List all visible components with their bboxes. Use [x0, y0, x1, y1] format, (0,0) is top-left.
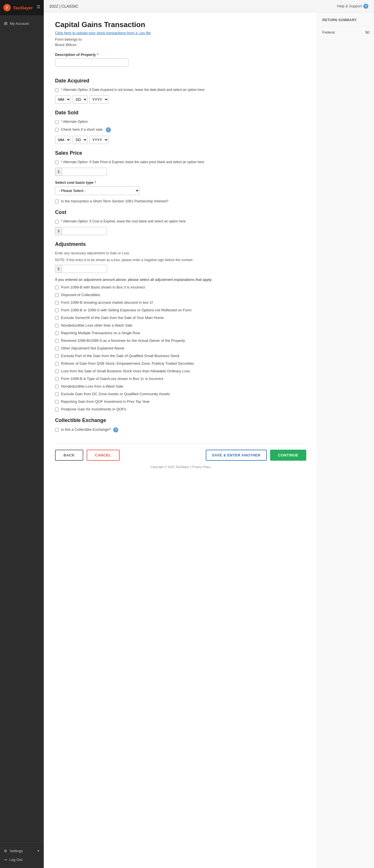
- cost-heading: Cost: [55, 210, 306, 215]
- adj-checkbox-row: Reporting Multiple Transactions on a Sin…: [55, 331, 306, 335]
- adj-checkbox-row: Form 1099-B or 1099-S with Selling Expen…: [55, 308, 306, 312]
- collectible-row: Is this a Collectible Exchange? ?: [55, 427, 306, 432]
- adj-checkbox-row: Exclude Gain from DC Zone Assets or Qual…: [55, 392, 306, 396]
- logout-item[interactable]: ⇒ Log Out: [0, 855, 44, 864]
- settings-icon: ⚙: [4, 849, 7, 853]
- page-title: Capital Gains Transaction: [55, 20, 306, 29]
- date-acquired-alt-row: * Alternate Option: If Date Acquired is …: [55, 88, 306, 92]
- adj-checkbox-label-7: Received 1099-B/1099-S as a Nominee for …: [61, 338, 185, 343]
- csv-link[interactable]: Click here to upload your stock transact…: [55, 31, 306, 35]
- sales-price-heading: Sales Price: [55, 150, 306, 156]
- date-sold-heading: Date Sold: [55, 110, 306, 116]
- logo-icon: T: [3, 4, 11, 11]
- save-enter-another-button[interactable]: SAVE & ENTER ANOTHER: [206, 450, 267, 461]
- date-acquired-dd[interactable]: DD: [72, 95, 88, 103]
- adj-explanation-label: If you entered an adjustment amount abov…: [55, 277, 306, 282]
- adj-checkbox-8[interactable]: [55, 347, 59, 350]
- description-label: Description of Property *: [55, 53, 306, 57]
- adjustments-note1: Enter any necessary adjustments to Gain …: [55, 251, 306, 255]
- cost-basis-select[interactable]: - Please Select - Short Term (Box A) Sho…: [55, 186, 140, 195]
- cancel-button[interactable]: CANCEL: [87, 450, 120, 461]
- adj-checkbox-3[interactable]: [55, 309, 59, 312]
- adjustment-checkboxes: Form 1099-B with Basis shown in Box 3 is…: [55, 285, 306, 411]
- adj-checkbox-14[interactable]: [55, 392, 59, 396]
- adj-checkbox-row: Form 1099-B with Basis shown in Box 3 is…: [55, 285, 306, 289]
- adj-checkbox-13[interactable]: [55, 385, 59, 389]
- my-account-icon: ⊞: [4, 21, 8, 26]
- date-acquired-mm[interactable]: MM: [55, 95, 71, 103]
- date-acquired-alt-checkbox[interactable]: [55, 88, 59, 92]
- adj-checkbox-label-16: Postpone Gain for Investments in QOFs: [61, 407, 126, 411]
- hamburger-icon[interactable]: ☰: [37, 4, 40, 9]
- divider: [322, 26, 370, 26]
- adj-checkbox-6[interactable]: [55, 331, 59, 335]
- cost-alt-text: * Alternate Option: If Cost is Expired, …: [61, 219, 186, 223]
- topbar: 2022 | CLASSIC Help & Support ?: [44, 0, 374, 12]
- sales-price-dollar-sign: $: [55, 168, 62, 176]
- help-icon: ?: [363, 4, 368, 9]
- adj-checkbox-row: Received 1099-B/1099-S as a Nominee for …: [55, 338, 306, 343]
- back-button[interactable]: BACK: [55, 450, 83, 461]
- help-support[interactable]: Help & Support ?: [337, 4, 368, 9]
- adj-checkbox-12[interactable]: [55, 377, 59, 381]
- short-sale-help-icon[interactable]: ?: [106, 127, 111, 132]
- sales-price-alt-text: * Alternate Option: If Sale Price is Exp…: [61, 160, 205, 164]
- adj-checkbox-11[interactable]: [55, 370, 59, 373]
- settings-label: Settings: [9, 849, 23, 853]
- adjustments-heading: Adjustments: [55, 241, 306, 247]
- adj-checkbox-1[interactable]: [55, 293, 59, 297]
- sidebar-bottom: ⚙ Settings ▼ ⇒ Log Out: [0, 842, 44, 868]
- footer: Copyright © 2023 TaxSlayer | Privacy Pol…: [55, 461, 306, 473]
- adj-checkbox-row: Exclude Some/All of the Gain from the Sa…: [55, 316, 306, 320]
- date-sold-yyyy[interactable]: YYYY: [89, 136, 109, 144]
- adj-checkbox-label-15: Reporting Gain from QOF Investment in Pr…: [61, 399, 150, 404]
- logo-text: TaxSlayer: [13, 5, 33, 10]
- short-sale-checkbox[interactable]: [55, 128, 59, 131]
- adj-checkbox-7[interactable]: [55, 339, 59, 343]
- collectible-help-icon[interactable]: ?: [113, 427, 118, 432]
- adj-checkbox-9[interactable]: [55, 354, 59, 358]
- collectible-heading: Collectible Exchange: [55, 417, 306, 424]
- date-acquired-yyyy[interactable]: YYYY: [89, 95, 109, 103]
- continue-button[interactable]: CONTINUE: [270, 450, 306, 461]
- required-mark: *: [97, 53, 98, 57]
- adj-checkbox-label-0: Form 1099-B with Basis shown in Box 3 is…: [61, 285, 145, 289]
- adj-checkbox-row: Nondeductible Loss from a Wash Sale: [55, 384, 306, 389]
- date-sold-alt-text: * Alternate Option:: [61, 120, 88, 124]
- description-input[interactable]: [55, 58, 128, 67]
- adj-checkbox-label-11: Loss from the Sale of Small Business Sto…: [61, 369, 190, 373]
- adj-checkbox-10[interactable]: [55, 362, 59, 366]
- adj-checkbox-16[interactable]: [55, 408, 59, 411]
- adjustments-dollar-sign: $: [55, 265, 62, 273]
- adjustments-input[interactable]: [62, 265, 107, 273]
- adj-checkbox-label-2: Form 1099-B showing accrued market disco…: [61, 300, 153, 305]
- sales-price-alt-checkbox[interactable]: [55, 161, 59, 164]
- help-label: Help & Support: [337, 4, 362, 8]
- adj-checkbox-label-12: Form 1099-B & Type of Gain/Loss shown in…: [61, 377, 163, 381]
- short-sale-row: Check here if a short sale. ?: [55, 127, 306, 132]
- adj-checkbox-label-14: Exclude Gain from DC Zone Assets or Qual…: [61, 392, 170, 396]
- sales-price-input[interactable]: [62, 168, 107, 176]
- adj-checkbox-2[interactable]: [55, 301, 59, 305]
- federal-value: $0: [366, 30, 370, 34]
- date-sold-alt-checkbox[interactable]: [55, 120, 59, 124]
- settings-item[interactable]: ⚙ Settings ▼: [0, 846, 44, 855]
- date-sold-mm[interactable]: MM: [55, 136, 71, 144]
- section-1061-label: Is the transaction a Short Term Section …: [61, 199, 168, 203]
- adj-checkbox-row: Nondeductible Loss other than a Wash Sal…: [55, 323, 306, 328]
- cost-alt-checkbox[interactable]: [55, 220, 59, 223]
- date-sold-dd[interactable]: DD: [72, 136, 88, 144]
- cost-input-wrap: $: [55, 227, 306, 235]
- collectible-checkbox[interactable]: [55, 428, 59, 432]
- sidebar-item-my-account[interactable]: ⊞ My Account: [0, 18, 44, 29]
- adj-checkbox-label-4: Exclude Some/All of the Gain from the Sa…: [61, 316, 164, 320]
- section-1061-checkbox[interactable]: [55, 199, 59, 203]
- logout-label: Log Out: [9, 858, 22, 862]
- cost-basis-label: Select cost basis type *: [55, 180, 306, 185]
- cost-input[interactable]: [62, 227, 107, 235]
- federal-label: Federal: [322, 30, 335, 34]
- adj-checkbox-15[interactable]: [55, 400, 59, 404]
- adj-checkbox-4[interactable]: [55, 316, 59, 320]
- adj-checkbox-0[interactable]: [55, 286, 59, 289]
- adj-checkbox-5[interactable]: [55, 324, 59, 328]
